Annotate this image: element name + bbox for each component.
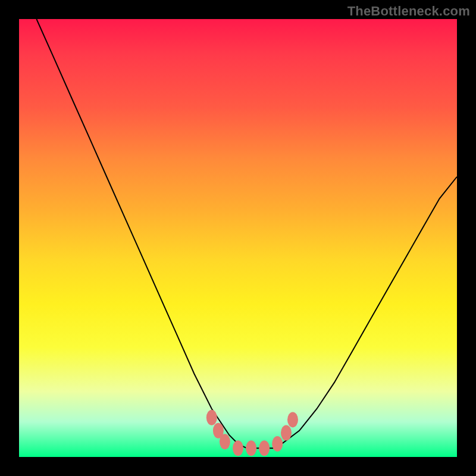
bottleneck-curve (36, 19, 457, 448)
curve-layer (19, 19, 457, 457)
watermark-text: TheBottleneck.com (347, 4, 470, 19)
curve-marker (259, 440, 270, 456)
curve-marker (281, 425, 292, 441)
curve-marker (246, 440, 256, 456)
chart-frame: TheBottleneck.com (0, 0, 476, 476)
plot-area (19, 19, 457, 457)
curve-marker (220, 434, 230, 449)
curve-marker (233, 440, 243, 456)
curve-marker (206, 410, 217, 425)
curve-marker (287, 412, 298, 427)
marker-group (206, 410, 298, 456)
curve-marker (272, 436, 283, 452)
